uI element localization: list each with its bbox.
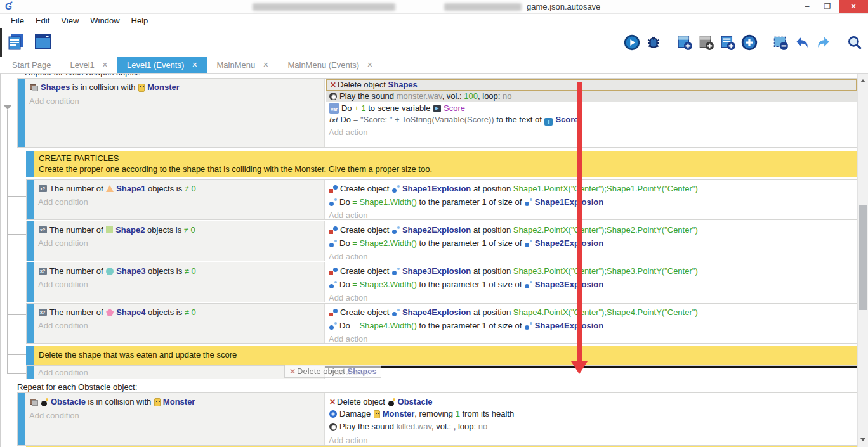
menu-window[interactable]: Window bbox=[84, 14, 125, 28]
action-create-shape4-explosion[interactable]: Create object Shape4Explosion at positio… bbox=[326, 307, 857, 318]
add-action-link[interactable]: Add action bbox=[326, 127, 857, 138]
comment-create-particles[interactable]: CREATE PARTICLES Create the proper one a… bbox=[26, 151, 857, 177]
condition-shape3-count[interactable]: The number of Shape3 objects is ≠ 0 bbox=[38, 266, 196, 277]
scene-editor-icon[interactable] bbox=[33, 32, 53, 52]
text-segment: Delete object bbox=[297, 366, 348, 376]
collapse-arrow-icon[interactable] bbox=[3, 105, 12, 110]
tab-close-icon[interactable]: ✕ bbox=[192, 61, 197, 69]
delete-icon bbox=[330, 80, 336, 90]
add-action-link[interactable]: Add action bbox=[326, 435, 857, 446]
action-play-sound-killed[interactable]: Play the sound killed.wav, vol.: , loop:… bbox=[326, 421, 857, 432]
shape3-icon bbox=[106, 268, 114, 275]
redo-icon[interactable] bbox=[815, 34, 832, 51]
add-action-link[interactable]: Add action bbox=[326, 210, 857, 221]
action-delete-obstacle[interactable]: Delete object Obstacle bbox=[326, 396, 857, 408]
condition-shape1-count[interactable]: The number of Shape1 objects is ≠ 0 bbox=[38, 183, 196, 195]
text-segment: Create object bbox=[340, 225, 391, 235]
text-segment: Shapes bbox=[348, 366, 377, 376]
add-comment-icon[interactable] bbox=[720, 34, 736, 51]
menu-file[interactable]: File bbox=[5, 14, 30, 28]
add-condition-link[interactable]: Add condition bbox=[38, 367, 88, 379]
repeat-shapes-header[interactable]: Repeat for each Shapes object: bbox=[25, 73, 140, 78]
add-action-link[interactable]: Add action bbox=[326, 334, 857, 345]
add-condition-link[interactable]: Add condition bbox=[29, 410, 79, 422]
scroll-up-icon[interactable] bbox=[860, 79, 865, 82]
play-preview-icon[interactable] bbox=[624, 34, 640, 51]
add-condition-link[interactable]: Add condition bbox=[38, 197, 88, 208]
menu-view[interactable]: View bbox=[55, 14, 84, 28]
add-action-link[interactable]: Add action bbox=[327, 367, 857, 379]
text-segment: at position bbox=[471, 225, 513, 235]
particles-icon bbox=[525, 322, 532, 330]
text-segment: Damage bbox=[339, 409, 373, 418]
action-delete-shapes[interactable]: Delete object Shapes bbox=[326, 79, 857, 91]
tab-level1-events[interactable]: Level1 (Events)✕ bbox=[117, 57, 207, 73]
tab-start-page[interactable]: Start Page bbox=[3, 57, 60, 73]
add-condition-link[interactable]: Add condition bbox=[38, 320, 88, 332]
condition-obstacle-collision[interactable]: Obstacle is in collision with Monster bbox=[29, 396, 195, 408]
close-button[interactable]: ✕ bbox=[839, 0, 868, 13]
add-action-link[interactable]: Add action bbox=[326, 292, 857, 304]
menu-edit[interactable]: Edit bbox=[30, 14, 55, 28]
tree-tick bbox=[7, 354, 26, 355]
text-segment: + 1 bbox=[354, 103, 365, 113]
action-size-shape1-explosion[interactable]: Do = Shape1.Width() to the parameter 1 o… bbox=[326, 197, 857, 208]
tab-close-icon[interactable]: ✕ bbox=[102, 61, 108, 69]
toolbar-separator bbox=[839, 33, 839, 52]
tab-mainmenu[interactable]: MainMenu✕ bbox=[207, 57, 279, 73]
drag-ghost-delete-shapes[interactable]: Delete object Shapes bbox=[284, 365, 381, 378]
text-segment: Shape3Explosion bbox=[402, 266, 471, 276]
blurred-title-text bbox=[444, 3, 522, 11]
action-create-shape3-explosion[interactable]: Create object Shape3Explosion at positio… bbox=[326, 266, 857, 277]
search-icon[interactable] bbox=[846, 34, 863, 51]
condition-shape2-count[interactable]: The number of Shape2 objects is ≠ 0 bbox=[38, 224, 195, 236]
text-segment: The number of bbox=[49, 184, 105, 193]
add-action-link[interactable]: Add action bbox=[326, 251, 857, 262]
text-segment: ≠ 0 bbox=[185, 184, 196, 193]
tab-close-icon[interactable]: ✕ bbox=[367, 61, 372, 69]
action-size-shape2-explosion[interactable]: Do = Shape2.Width() to the parameter 1 o… bbox=[326, 238, 857, 249]
tab-mainmenu-events[interactable]: MainMenu (Events)✕ bbox=[278, 57, 382, 73]
add-condition-link[interactable]: Add condition bbox=[38, 238, 88, 249]
conditions-panel: Add condition bbox=[34, 366, 325, 379]
maximize-button[interactable]: ❐ bbox=[819, 0, 836, 13]
scroll-down-icon[interactable] bbox=[860, 438, 865, 441]
minimize-button[interactable]: – bbox=[798, 0, 816, 13]
action-play-sound-monster[interactable]: Play the sound monster.wav, vol.: 100, l… bbox=[326, 91, 857, 102]
tab-level1[interactable]: Level1✕ bbox=[60, 57, 117, 73]
text-segment: Delete object bbox=[338, 80, 388, 89]
debug-icon[interactable] bbox=[645, 34, 662, 51]
scrollbar-thumb[interactable] bbox=[859, 205, 867, 310]
add-subevent-icon[interactable] bbox=[698, 34, 714, 51]
project-manager-icon[interactable] bbox=[6, 32, 27, 52]
action-increment-score[interactable]: Do + 1 to scene variable Score bbox=[326, 103, 857, 114]
text-segment: objects is bbox=[145, 308, 184, 317]
text-segment: The number of bbox=[49, 225, 105, 235]
condition-shapes-collision[interactable]: Shapes is in collision with Monster bbox=[29, 82, 180, 93]
condition-shape4-count[interactable]: The number of Shape4 objects is ≠ 0 bbox=[38, 307, 196, 318]
tab-close-icon[interactable]: ✕ bbox=[263, 61, 268, 69]
add-event-icon[interactable] bbox=[676, 34, 693, 51]
event-shape1: The number of Shape1 objects is ≠ 0 Add … bbox=[26, 179, 857, 220]
action-create-shape1-explosion[interactable]: Create object Shape1Explosion at positio… bbox=[326, 183, 857, 195]
add-condition-link[interactable]: Add condition bbox=[29, 96, 79, 107]
vertical-scrollbar bbox=[857, 74, 868, 447]
action-size-shape4-explosion[interactable]: Do = Shape4.Width() to the parameter 1 o… bbox=[326, 320, 857, 332]
add-special-event-icon[interactable] bbox=[741, 34, 758, 51]
action-create-shape2-explosion[interactable]: Create object Shape2Explosion at positio… bbox=[326, 224, 857, 236]
drop-insertion-line bbox=[326, 366, 857, 368]
delete-event-icon[interactable] bbox=[772, 34, 789, 51]
text-segment: Delete object bbox=[337, 397, 388, 406]
gdevelop-logo-icon: Ɠ bbox=[5, 1, 15, 11]
comment-body: Delete the shape that was eaten and upda… bbox=[39, 350, 237, 360]
repeat-obstacle-header[interactable]: Repeat for each Obstacle object: bbox=[17, 382, 137, 392]
action-update-score-text[interactable]: Do = "Score: " + ToString(Variable(Score… bbox=[326, 114, 857, 126]
action-size-shape3-explosion[interactable]: Do = Shape3.Width() to the parameter 1 o… bbox=[326, 279, 857, 290]
menu-help[interactable]: Help bbox=[126, 14, 154, 28]
text-segment: = Shape3.Width() bbox=[352, 280, 417, 289]
action-damage-monster[interactable]: Damage Monster, removing 1 from its heal… bbox=[326, 408, 857, 420]
titlebar: Ɠ game.json.autosave – ❐ ✕ bbox=[0, 0, 868, 14]
undo-icon[interactable] bbox=[794, 34, 810, 51]
add-condition-link[interactable]: Add condition bbox=[38, 279, 88, 290]
comment-delete-shape[interactable]: Delete the shape that was eaten and upda… bbox=[26, 346, 857, 365]
